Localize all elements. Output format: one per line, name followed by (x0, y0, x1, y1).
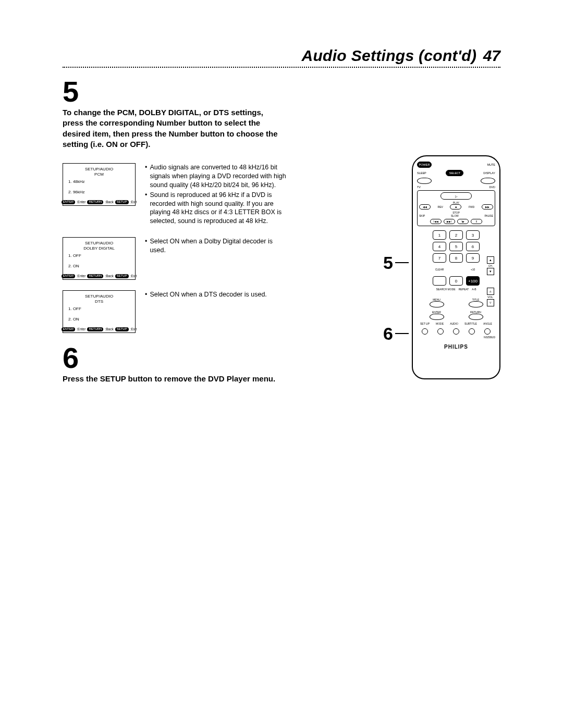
instructions-column: 5 To change the PCM, DOLBY DIGITAL, or D… (63, 77, 287, 398)
step-5-number: 5 (63, 77, 287, 106)
page-header: Audio Settings (cont'd) 47 (63, 47, 500, 65)
osd-dolby: SETUP/AUDIO DOLBY DIGITAL 1. OFF 2. ON E… (63, 237, 136, 280)
osd-dts-title: SETUP/AUDIO (65, 294, 133, 299)
callout-5: 5 (383, 252, 409, 273)
angle-button (484, 328, 491, 335)
dts-block: SETUP/AUDIO DTS 1. OFF 2. ON ENTER:Enter… (63, 290, 287, 333)
vol-up: ▵ (487, 288, 494, 295)
display-btn (481, 178, 495, 184)
setup-button (422, 328, 428, 335)
pcm-bullets: •Audio signals are converted to 48 kHz/1… (145, 163, 287, 227)
return-pill: RETURN (87, 200, 103, 204)
enter-button (430, 314, 444, 320)
subtitle-button (469, 328, 475, 335)
osd-dolby-title: SETUP/AUDIO (65, 241, 133, 246)
play-button: ▷ (440, 192, 472, 200)
fwd-button: ▶▶ (482, 204, 493, 209)
num-1: 1 (433, 230, 446, 240)
brand-logo: PHILIPS (417, 344, 495, 350)
osd-pcm-sub: PCM (65, 172, 133, 177)
num-2: 2 (449, 230, 463, 240)
transport-zone: ▷ PLAY ◀◀ REV ■ FWD ▶▶ STOP SKIP SLOW PA… (417, 190, 495, 226)
audio-button (453, 328, 459, 335)
osd-pcm: SETUP/AUDIO PCM 1. 48kHz 2. 96kHz ENTER:… (63, 163, 136, 206)
header-page-number: 47 (483, 47, 500, 64)
num-0: 0 (449, 276, 463, 286)
num-4: 4 (433, 242, 446, 251)
osd-dts-opt2: 2. ON (68, 317, 133, 322)
header-divider (63, 67, 500, 68)
osd-dts-opt1: 1. OFF (68, 306, 133, 312)
pause-button: II (471, 219, 482, 224)
remote-illustration: 5 6 POWER MUTE SLEEP SELECT DISPLAY (383, 155, 500, 379)
power-button: POWER (417, 162, 432, 168)
sleep-btn (417, 178, 432, 184)
vol-down: ▿ (487, 299, 494, 306)
dts-bullet: Select ON when a DTS decoder is used. (150, 290, 266, 299)
osd-pcm-opt1: 1. 48kHz (68, 179, 133, 184)
ch-vol-rocker: ▴ CH. ▾ ▵ VOL. ▿ (487, 256, 494, 306)
clear-button (433, 276, 446, 286)
number-pad: 1 2 3 4 5 6 7 8 9 CLEAR +10 0 +100 (417, 230, 495, 286)
skip-fwd-button: ▶▶I (444, 219, 455, 224)
pcm-bullet-2: Sound is reproduced at 96 kHz if a DVD i… (150, 191, 287, 226)
dolby-block: SETUP/AUDIO DOLBY DIGITAL 1. OFF 2. ON E… (63, 237, 287, 280)
model-label: N0258UD (417, 336, 495, 339)
osd-dts: SETUP/AUDIO DTS 1. OFF 2. ON ENTER:Enter… (63, 290, 136, 333)
osd-footer: ENTER:Enter RETURN:Back SETUP:Exit (65, 200, 133, 204)
osd-dts-sub: DTS (65, 299, 133, 304)
plus100-button: +100 (466, 276, 480, 286)
num-3: 3 (466, 230, 480, 240)
pcm-bullet-1: Audio signals are converted to 48 kHz/16… (150, 163, 287, 190)
num-6: 6 (466, 242, 480, 251)
ch-down: ▾ (487, 268, 494, 275)
title-button (469, 301, 483, 307)
step-6-text: Press the SETUP button to remove the DVD… (63, 374, 282, 384)
osd-dolby-opt2: 2. ON (68, 264, 133, 269)
num-9: 9 (466, 253, 480, 263)
dts-bullets: •Select ON when a DTS decoder is used. (145, 290, 287, 300)
osd-dolby-sub: DOLBY DIGITAL (65, 246, 133, 251)
stop-button: ■ (450, 204, 461, 209)
rev-button: ◀◀ (419, 204, 431, 209)
setup-pill: SETUP (115, 200, 129, 204)
return-button (469, 314, 483, 320)
step-6-number: 6 (63, 343, 287, 373)
remote-body: POWER MUTE SLEEP SELECT DISPLAY TV DVD ▷… (412, 155, 500, 379)
menu-button (430, 301, 444, 307)
slow-button: I▶ (457, 219, 469, 224)
ch-up: ▴ (487, 256, 494, 264)
osd-dolby-opt1: 1. OFF (68, 253, 133, 258)
osd-pcm-title: SETUP/AUDIO (65, 167, 133, 172)
dolby-bullet: Select ON when a Dolby Digital decoder i… (150, 237, 287, 255)
osd-pcm-opt2: 2. 96kHz (68, 190, 133, 195)
enter-pill: ENTER (62, 200, 75, 204)
mode-button (437, 328, 444, 335)
skip-back-button: I◀◀ (430, 219, 442, 224)
dolby-bullets: •Select ON when a Dolby Digital decoder … (145, 237, 287, 256)
osd-footer: ENTER:Enter RETURN:Back SETUP:Exit (65, 327, 133, 331)
num-5: 5 (449, 242, 463, 251)
pcm-block: SETUP/AUDIO PCM 1. 48kHz 2. 96kHz ENTER:… (63, 163, 287, 227)
num-7: 7 (433, 253, 446, 263)
mute-label: MUTE (487, 163, 495, 166)
step-5-text: To change the PCM, DOLBY DIGITAL, or DTS… (63, 107, 282, 150)
header-title: Audio Settings (cont'd) (302, 47, 477, 64)
osd-footer: ENTER:Enter RETURN:Back SETUP:Exit (65, 274, 133, 278)
num-8: 8 (449, 253, 463, 263)
select-button: SELECT (446, 170, 463, 176)
callout-6: 6 (383, 323, 409, 344)
